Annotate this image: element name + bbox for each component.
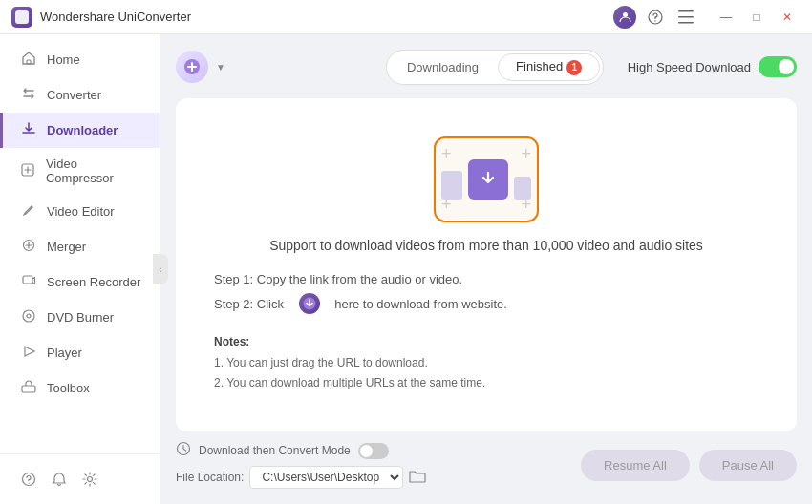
folder-doc-left	[441, 171, 462, 200]
bottom-right-buttons: Resume All Pause All	[581, 450, 797, 481]
sidebar-item-merger[interactable]: Merger	[0, 229, 160, 264]
speed-toggle-area: High Speed Download	[628, 56, 797, 77]
note1: 1. You can just drag the URL to download…	[214, 353, 759, 372]
maximize-button[interactable]: □	[743, 7, 770, 28]
folder-icon: + + + +	[434, 136, 539, 222]
sidebar-label-converter: Converter	[47, 88, 101, 102]
svg-point-15	[88, 477, 93, 482]
sidebar-label-home: Home	[47, 52, 80, 67]
pause-all-button[interactable]: Pause All	[699, 450, 797, 481]
user-account-icon[interactable]	[613, 6, 636, 29]
settings-button[interactable]	[75, 466, 105, 493]
titlebar-icons	[613, 6, 697, 29]
step2-post-text: here to download from website.	[334, 293, 507, 315]
step2-row: Step 2: Click here to download from webs…	[214, 293, 759, 315]
note2: 2. You can download multiple URLs at the…	[214, 373, 759, 392]
speed-toggle-switch[interactable]	[759, 56, 797, 77]
support-icon[interactable]	[644, 6, 667, 29]
svg-rect-3	[678, 10, 694, 12]
plus-corner-tl: +	[441, 144, 452, 164]
folder-visual	[441, 159, 531, 200]
sidebar-label-video-editor: Video Editor	[47, 204, 115, 219]
dvd-icon	[20, 308, 37, 326]
convert-mode-toggle[interactable]	[358, 443, 389, 459]
minimize-button[interactable]: —	[713, 7, 739, 28]
sidebar-label-merger: Merger	[47, 240, 86, 254]
toolbox-icon	[20, 379, 37, 397]
step2-pre-text: Step 2: Click	[214, 293, 284, 315]
svg-point-14	[28, 482, 29, 483]
add-dropdown-arrow[interactable]: ▼	[216, 62, 225, 73]
add-download-button[interactable]	[176, 51, 208, 83]
top-bar-left: ▼ Downloading Finished1	[176, 50, 604, 85]
downloading-tab[interactable]: Downloading	[390, 53, 496, 81]
svg-rect-12	[22, 386, 35, 392]
content-area: ▼ Downloading Finished1 High Speed Downl…	[160, 34, 812, 504]
sidebar-label-player: Player	[47, 346, 82, 360]
compressor-icon	[20, 162, 36, 180]
folder-main-icon	[468, 159, 508, 200]
sidebar-label-dvd-burner: DVD Burner	[47, 310, 114, 325]
speed-toggle-label: High Speed Download	[628, 60, 751, 74]
titlebar-left: Wondershare UniConverter	[11, 7, 191, 28]
sidebar-label-downloader: Downloader	[47, 123, 118, 137]
sidebar-item-converter[interactable]: Converter	[0, 77, 160, 113]
sidebar-item-video-editor[interactable]: Video Editor	[0, 194, 160, 229]
folder-doc-right	[514, 177, 531, 200]
sidebar-item-dvd-burner[interactable]: DVD Burner	[0, 300, 160, 335]
converter-icon	[20, 86, 37, 104]
resume-all-button[interactable]: Resume All	[581, 450, 690, 481]
convert-mode-label: Download then Convert Mode	[199, 444, 351, 457]
home-icon	[20, 51, 37, 69]
sidebar-bottom	[0, 453, 160, 496]
svg-point-11	[27, 314, 31, 318]
player-icon	[20, 344, 37, 362]
bottom-bar: Download then Convert Mode File Location…	[176, 431, 797, 489]
help-button[interactable]	[13, 466, 44, 493]
editor-icon	[20, 202, 37, 220]
menu-icon[interactable]	[674, 6, 697, 29]
sidebar-label-screen-recorder: Screen Recorder	[47, 275, 140, 289]
notes-section: Notes: 1. You can just drag the URL to d…	[214, 332, 759, 392]
sidebar-item-toolbox[interactable]: Toolbox	[0, 370, 160, 406]
svg-rect-5	[678, 22, 694, 24]
svg-point-2	[654, 20, 655, 21]
file-location-row: File Location: C:\Users\User\Desktop	[176, 466, 426, 489]
svg-rect-4	[678, 16, 694, 18]
sidebar-item-player[interactable]: Player	[0, 335, 160, 370]
sidebar-item-home[interactable]: Home	[0, 42, 160, 77]
svg-point-10	[23, 310, 34, 322]
instructions: Step 1: Copy the link from the audio or …	[214, 268, 759, 317]
sidebar-item-downloader[interactable]: Downloader	[0, 113, 160, 148]
sidebar-label-video-compressor: Video Compressor	[46, 157, 142, 185]
close-button[interactable]: ✕	[774, 7, 801, 28]
notes-title: Notes:	[214, 332, 759, 351]
sidebar-item-screen-recorder[interactable]: Screen Recorder	[0, 264, 160, 300]
tab-switcher: Downloading Finished1	[386, 50, 604, 85]
convert-mode-row: Download then Convert Mode	[176, 441, 426, 460]
finished-tab[interactable]: Finished1	[498, 53, 600, 81]
file-location-select[interactable]: C:\Users\User\Desktop	[249, 466, 403, 489]
file-location-label: File Location:	[176, 471, 244, 484]
top-bar: ▼ Downloading Finished1 High Speed Downl…	[176, 50, 797, 85]
bottom-left: Download then Convert Mode File Location…	[176, 441, 426, 489]
step1-row: Step 1: Copy the link from the audio or …	[214, 268, 759, 290]
support-text: Support to download videos from more tha…	[269, 238, 703, 253]
step2-icon[interactable]	[299, 293, 320, 314]
titlebar: Wondershare UniConverter — □ ✕	[0, 0, 812, 34]
downloader-icon	[20, 121, 37, 139]
svg-rect-9	[23, 276, 32, 284]
sidebar: Home Converter Downloader Video Compress…	[0, 34, 160, 504]
sidebar-label-toolbox: Toolbox	[47, 381, 90, 395]
clock-icon	[176, 441, 191, 460]
sidebar-collapse-button[interactable]: ‹	[153, 254, 168, 284]
svg-point-0	[623, 12, 628, 17]
plus-corner-tr: +	[521, 144, 531, 164]
main-card: + + + + Support to download videos from …	[176, 98, 797, 432]
app-logo	[11, 7, 32, 28]
merger-icon	[20, 238, 37, 256]
sidebar-item-video-compressor[interactable]: Video Compressor	[0, 148, 160, 194]
folder-open-button[interactable]	[409, 468, 426, 487]
notifications-button[interactable]	[44, 466, 75, 493]
recorder-icon	[20, 273, 37, 291]
